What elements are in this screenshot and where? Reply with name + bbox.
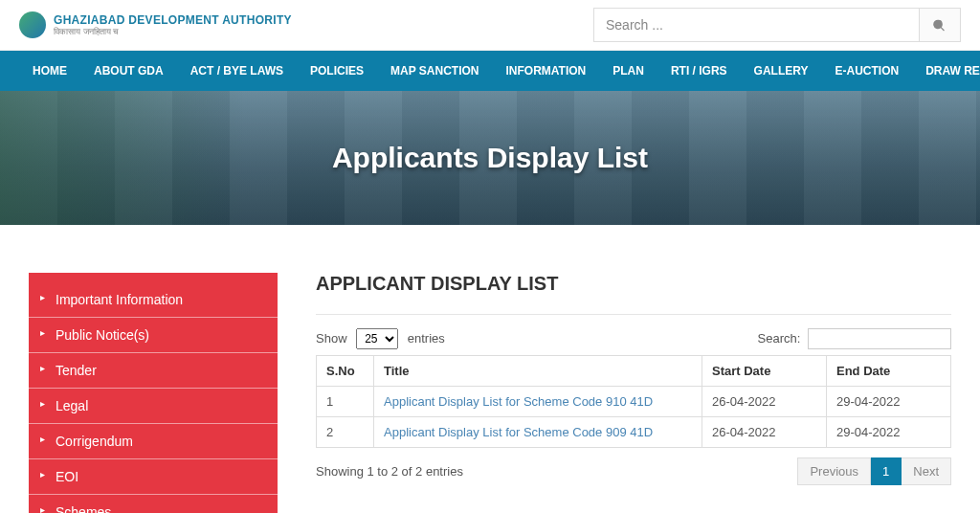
table-row: 2 Applicant Display List for Scheme Code… [317,417,951,448]
sidebar-item-tender[interactable]: Tender [29,353,278,389]
main-nav: HOME ABOUT GDA ACT / BYE LAWS POLICIES M… [0,51,980,91]
cell-end: 29-04-2022 [827,387,951,417]
nav-draw-results[interactable]: DRAW RESULTS [912,51,980,91]
applicant-link[interactable]: Applicant Display List for Scheme Code 9… [384,425,653,439]
sidebar-item-schemes[interactable]: Schemes [29,495,278,513]
dt-search-input[interactable] [808,328,951,349]
col-title[interactable]: Title [374,356,702,387]
datatable-controls: Show 25 entries Search: [316,328,951,349]
section-title: APPLICANT DISPLAY LIST [316,273,951,295]
show-label-pre: Show [316,331,347,346]
entries-control: Show 25 entries [316,328,445,349]
sidebar-item-public-notices[interactable]: Public Notice(s) [29,318,278,353]
nav-e-auction[interactable]: E-AUCTION [821,51,912,91]
nav-rti-igrs[interactable]: RTI / IGRS [657,51,741,91]
datatable-footer: Showing 1 to 2 of 2 entries Previous 1 N… [316,457,951,485]
search-button[interactable] [919,8,961,42]
search-icon [933,18,947,32]
page-title: Applicants Display List [332,142,648,174]
cell-sno: 2 [317,417,374,448]
datatable-search: Search: [758,328,951,349]
pager-previous[interactable]: Previous [797,457,871,485]
pager: Previous 1 Next [797,457,951,485]
sidebar-item-eoi[interactable]: EOI [29,459,278,495]
hero-banner: Applicants Display List [0,91,980,225]
col-end-date[interactable]: End Date [827,356,951,387]
cell-sno: 1 [317,387,374,417]
pager-next[interactable]: Next [902,457,951,485]
dt-search-label: Search: [758,331,801,346]
brand-name: GHAZIABAD DEVELOPMENT AUTHORITY [54,13,292,27]
search-input[interactable] [593,8,919,42]
col-sno[interactable]: S.No [317,356,374,387]
col-start-date[interactable]: Start Date [702,356,827,387]
nav-gallery[interactable]: GALLERY [741,51,822,91]
nav-plan[interactable]: PLAN [599,51,657,91]
brand-tagline: विकासाय जनहिताय च [54,27,292,37]
nav-information[interactable]: INFORMATION [492,51,599,91]
applicants-table: S.No Title Start Date End Date 1 Applica… [316,355,951,448]
top-bar: GHAZIABAD DEVELOPMENT AUTHORITY विकासाय … [0,0,980,51]
show-label-post: entries [408,331,445,346]
nav-map-sanction[interactable]: MAP SANCTION [377,51,492,91]
divider [316,314,951,315]
nav-act-bye-laws[interactable]: ACT / BYE LAWS [177,51,297,91]
cell-start: 26-04-2022 [702,417,827,448]
nav-about-gda[interactable]: ABOUT GDA [80,51,177,91]
entries-select[interactable]: 25 [356,328,398,349]
nav-policies[interactable]: POLICIES [297,51,377,91]
nav-home[interactable]: HOME [19,51,80,91]
site-search [593,8,961,42]
sidebar-item-corrigendum[interactable]: Corrigendum [29,424,278,459]
applicant-link[interactable]: Applicant Display List for Scheme Code 9… [384,394,653,409]
logo-icon [19,11,46,38]
sidebar-item-legal[interactable]: Legal [29,389,278,424]
sidebar: Important Information Public Notice(s) T… [29,273,278,513]
cell-end: 29-04-2022 [827,417,951,448]
brand-logo[interactable]: GHAZIABAD DEVELOPMENT AUTHORITY विकासाय … [19,11,292,38]
main-content: APPLICANT DISPLAY LIST Show 25 entries S… [316,273,951,513]
table-row: 1 Applicant Display List for Scheme Code… [317,387,951,417]
dt-info: Showing 1 to 2 of 2 entries [316,464,463,479]
pager-page-1[interactable]: 1 [871,457,902,485]
cell-start: 26-04-2022 [702,387,827,417]
sidebar-item-important-information[interactable]: Important Information [29,282,278,318]
